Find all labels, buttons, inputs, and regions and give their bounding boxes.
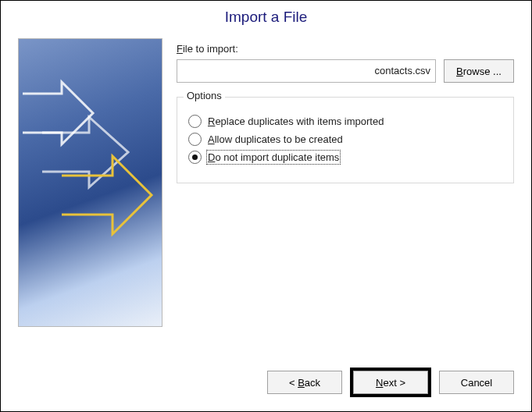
- radio-no-import-duplicates[interactable]: Do not import duplicate items: [188, 151, 502, 164]
- file-to-import-label: File to import:: [177, 43, 514, 55]
- title-area: Import a File: [1, 1, 531, 30]
- options-group: Options Replace duplicates with items im…: [177, 97, 514, 183]
- radio-label: Do not import duplicate items: [208, 151, 339, 163]
- dialog-title: Import a File: [225, 9, 308, 25]
- wizard-image: [18, 38, 162, 327]
- radio-replace-duplicates[interactable]: Replace duplicates with items imported: [188, 115, 502, 128]
- file-row: contacts.csv Browse ...: [177, 59, 514, 83]
- radio-allow-duplicates[interactable]: Allow duplicates to be created: [188, 133, 502, 146]
- radio-icon: [188, 133, 202, 146]
- options-legend: Options: [184, 90, 225, 101]
- browse-button[interactable]: Browse ...: [444, 59, 514, 83]
- cancel-button[interactable]: Cancel: [439, 371, 514, 394]
- arrows-graphic-icon: [19, 39, 162, 327]
- content-area: File to import: contacts.csv Browse ... …: [1, 30, 531, 355]
- radio-icon: [188, 115, 202, 128]
- radio-label: Replace duplicates with items imported: [208, 115, 384, 127]
- import-file-dialog: Import a File File to import: contacts.c…: [0, 0, 532, 412]
- dialog-footer: < Back Next > Cancel: [1, 355, 531, 411]
- back-button[interactable]: < Back: [267, 371, 342, 394]
- right-panel: File to import: contacts.csv Browse ... …: [177, 38, 514, 355]
- file-path-input[interactable]: contacts.csv: [177, 59, 436, 83]
- next-button[interactable]: Next >: [353, 371, 428, 394]
- radio-label: Allow duplicates to be created: [208, 133, 343, 145]
- radio-icon: [188, 151, 202, 164]
